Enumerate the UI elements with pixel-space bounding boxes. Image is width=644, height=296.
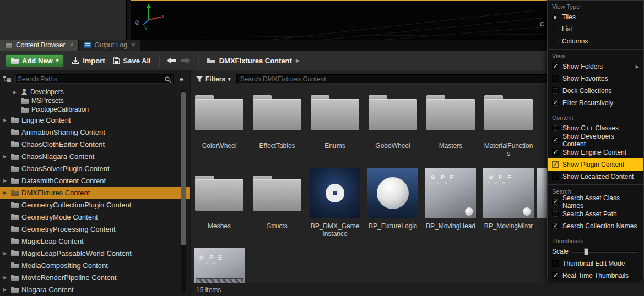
sources-item-mspresets[interactable]: ▶ MSPresets [0, 96, 190, 105]
asset-tile-materialfunctions[interactable]: MaterialFunctions [483, 87, 534, 158]
menu-item-columns[interactable]: Columns [548, 35, 643, 47]
sources-item-mediacompositing-content[interactable]: ▶ MediaCompositing Content [0, 259, 190, 271]
tab-output-log[interactable]: Output Log × [79, 40, 140, 51]
forward-button[interactable] [181, 57, 190, 64]
expand-arrow-icon[interactable]: ▶ [3, 251, 8, 256]
sources-item-magicleap-content[interactable]: ▶ MagicLeap Content [0, 235, 190, 247]
add-new-button[interactable]: Add New ▾ [6, 54, 64, 67]
asset-tile-bp-movinghead[interactable]: ⚙ P EI O N BP_MovingHead [425, 168, 476, 238]
sources-item-pixotopecalibration[interactable]: ▶ PixotopeCalibration [0, 105, 190, 114]
sources-scrollbar[interactable] [181, 90, 186, 293]
asset-label: GoboWheel [367, 142, 418, 158]
sources-item-movierenderpipeline-content[interactable]: ▶ MovieRenderPipeline Content [0, 271, 190, 283]
back-button[interactable] [167, 57, 176, 64]
menu-item-show-folders[interactable]: Show Folders ▶ [548, 61, 643, 73]
menu-item-search-collection-names[interactable]: Search Collection Names [548, 220, 643, 232]
menu-item-search-asset-path[interactable]: Search Asset Path [548, 208, 643, 220]
menu-item-show-engine-content[interactable]: Show Engine Content [548, 146, 643, 158]
asset-tile-bp-movingmiror[interactable]: ⚙ P EI O N BP_MovingMiror [483, 168, 534, 238]
folder-icon [11, 202, 19, 208]
expand-arrow-icon[interactable]: ▶ [13, 90, 18, 95]
menu-item-show-plugin-content[interactable]: Show Plugin Content [548, 158, 643, 171]
sources-item-engine-content[interactable]: ▶ Engine Content [0, 114, 190, 126]
asset-tile-effecttables[interactable]: EffectTables [252, 87, 302, 158]
sources-item-dmxfixtures-content[interactable]: ▶ DMXFixtures Content [0, 187, 190, 199]
slider-handle[interactable] [584, 248, 588, 255]
sources-item-datasmithcontent-content[interactable]: ▶ DatasmithContent Content [0, 174, 190, 187]
folder-label: MagicLeap Content [21, 237, 84, 245]
sources-item-chaossolverplugin-content[interactable]: ▶ ChaosSolverPlugin Content [0, 162, 190, 174]
checkbox-icon [552, 149, 559, 156]
sources-item-chaosclotheditor-content[interactable]: ▶ ChaosClothEditor Content [0, 138, 190, 150]
expand-arrow-icon[interactable]: ▶ [3, 275, 8, 280]
sources-item-geometrymode-content[interactable]: ▶ GeometryMode Content [0, 211, 190, 223]
menu-item-label: Show C++ Classes [562, 124, 619, 132]
folder-icon [11, 214, 19, 220]
sources-item-niagara-content[interactable]: ▶ Niagara Content [0, 283, 190, 295]
menu-item-filter-recursively[interactable]: Filter Recursively [548, 97, 643, 109]
save-all-button[interactable]: Save All [113, 57, 151, 65]
sources-item-chaosniagara-content[interactable]: ▶ ChaosNiagara Content [0, 150, 190, 162]
tab-content-browser[interactable]: Content Browser × [0, 40, 78, 51]
search-paths-input[interactable] [18, 75, 163, 83]
menu-item-label: Search Asset Class Names [562, 194, 639, 210]
asset-label: Enums [310, 142, 360, 158]
asset-tile-gobowheel[interactable]: GoboWheel [367, 87, 418, 158]
sources-view-options-button[interactable] [176, 74, 186, 84]
asset-tile-enums[interactable]: Enums [310, 87, 360, 158]
filters-button[interactable]: Filters ▾ [196, 75, 231, 83]
menu-item-label: Show Favorites [562, 75, 608, 83]
thumbnail-scale-slider[interactable] [572, 251, 638, 253]
checkbox-icon [552, 100, 559, 106]
expand-arrow-icon[interactable]: ▶ [3, 190, 8, 195]
sources-item-geometryprocessing-content[interactable]: ▶ GeometryProcessing Content [0, 223, 190, 235]
expand-arrow-icon[interactable]: ▶ [3, 178, 8, 183]
menu-item-search-asset-class-names[interactable]: Search Asset Class Names [548, 196, 643, 208]
close-tab-icon[interactable]: × [69, 41, 73, 49]
level-viewport[interactable]: ⊘ x Y C [131, 0, 547, 40]
menu-item-show-favorites[interactable]: Show Favorites [548, 73, 643, 85]
sources-item-animationsharing-content[interactable]: ▶ AnimationSharing Content [0, 126, 190, 138]
expand-arrow-icon[interactable]: ▶ [3, 118, 8, 123]
section-header-thumbnails: Thumbnails [548, 236, 643, 245]
menu-item-show-developers-content[interactable]: Show Developers Content [548, 134, 643, 146]
submenu-arrow-icon: ▶ [636, 64, 639, 69]
menu-item-tiles[interactable]: Tiles [548, 11, 643, 23]
expand-arrow-icon[interactable]: ▶ [3, 154, 8, 159]
menu-item-thumbnail-edit-mode[interactable]: Thumbnail Edit Mode [548, 257, 643, 270]
folder-thumbnail [484, 95, 533, 130]
sources-item-developers[interactable]: ▶ Developers [0, 87, 190, 96]
menu-item-real-time-thumbnails[interactable]: Real-Time Thumbnails [548, 270, 643, 282]
asset-tile-bp-dmx-gameinstance[interactable]: BP_DMX_Game Instance [310, 168, 360, 238]
asset-tile-structs[interactable]: Structs [252, 168, 302, 238]
breadcrumb-expand-icon[interactable]: ▶ [296, 58, 300, 63]
sources-item-geometrycollectionplugin-content[interactable]: ▶ GeometryCollectionPlugin Content [0, 199, 190, 211]
asset-label: ColorWheel [194, 142, 245, 158]
folder-thumbnail [195, 95, 243, 130]
asset-tile-colorwheel[interactable]: ColorWheel [194, 87, 245, 158]
collapse-sources-button[interactable] [2, 74, 12, 84]
expand-arrow-icon[interactable]: ▶ [3, 287, 8, 292]
folder-label: DMXFixtures Content [21, 189, 90, 197]
folder-tree: ▶ Developers ▶ MSPresets ▶ PixotopeCalib… [0, 87, 190, 295]
folder-icon [11, 166, 19, 172]
asset-tile-partial-bottom[interactable]: ⚙ P EI O N [194, 248, 245, 283]
asset-tile-meshes[interactable]: Meshes [194, 168, 245, 238]
scale-label: Scale [552, 248, 569, 255]
save-all-label: Save All [123, 57, 151, 65]
asset-tile-bp-fixturelogic[interactable]: BP_FixtureLogic [367, 168, 418, 238]
breadcrumb[interactable]: DMXFixtures Content ▶ [206, 57, 300, 65]
asset-label: BP_FixtureLogic [367, 223, 418, 238]
asset-tile-masters[interactable]: Masters [425, 87, 476, 158]
close-tab-icon[interactable]: × [132, 41, 136, 49]
menu-item-dock-collections[interactable]: Dock Collections [548, 85, 643, 97]
asset-label: BP_DMX_Game Instance [310, 223, 360, 238]
folder-label: Engine Content [21, 116, 71, 124]
menu-item-label: Tiles [562, 13, 576, 21]
menu-item-show-localized-content[interactable]: Show Localized Content [548, 171, 643, 183]
sources-item-magicleappassableworld-content[interactable]: ▶ MagicLeapPassableWorld Content [0, 247, 190, 259]
menu-item-list[interactable]: List [548, 23, 643, 35]
import-button[interactable]: Import [72, 57, 105, 65]
scrollbar-thumb[interactable] [181, 92, 186, 245]
checkbox-icon [552, 211, 559, 217]
